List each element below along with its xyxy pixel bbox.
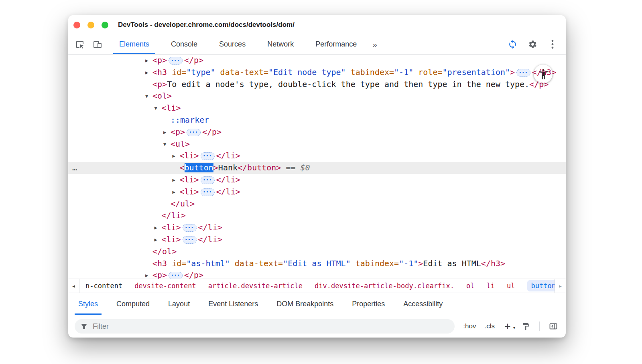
close-button[interactable] [73,22,80,28]
breadcrumb-item-selected[interactable]: button [527,280,555,291]
disclosure-triangle-down-icon[interactable]: ▼ [145,91,152,103]
dom-tree-row[interactable]: </ol> [68,246,566,258]
more-tabs-chevron-icon[interactable]: » [368,34,381,54]
breadcrumb-item[interactable]: devsite-content [134,282,196,290]
dom-tree-row[interactable]: ▶<p>•••</p> [68,269,566,279]
dom-tree-row[interactable]: ▶<li>•••</li> [68,186,566,198]
tab-elements[interactable]: Elements [108,34,160,54]
tab-styles[interactable]: Styles [69,293,107,315]
dom-tree-row-selected[interactable]: …<button>Hank</button> == $0 [68,162,566,174]
tab-computed[interactable]: Computed [107,293,159,315]
dom-tree-row[interactable]: ▶<li>•••</li> [68,174,566,186]
disclosure-triangle-right-icon[interactable]: ▶ [173,186,180,198]
expand-children-ellipsis-icon[interactable]: ••• [516,69,530,77]
device-toolbar-icon[interactable] [92,39,103,50]
window-controls [73,22,108,28]
breadcrumb-item[interactable]: article.devsite-article [208,282,303,290]
tab-accessibility-label: Accessibility [403,300,443,308]
token-attr: tabindex= [351,259,399,268]
token-tag: < [180,163,185,172]
gutter-more-icon[interactable]: … [72,162,77,174]
breadcrumb-item[interactable]: li [487,282,495,290]
dom-tree-row[interactable]: <p>To edit a node's type, double-click t… [68,79,566,91]
crumb-scroll-right-button[interactable]: ▸ [555,279,566,293]
tab-styles-label: Styles [78,300,98,308]
token-tag: <ol> [152,91,172,101]
breadcrumb-item[interactable]: ul [507,282,515,290]
token-tag: <p> [152,55,167,65]
tab-network[interactable]: Network [256,34,305,54]
expand-children-ellipsis-icon[interactable]: ••• [183,236,197,244]
token-tag: </p> [184,55,203,65]
tab-layout[interactable]: Layout [159,293,199,315]
disclosure-triangle-right-icon[interactable]: ▶ [154,222,162,234]
dom-tree-row[interactable]: ▼<ul> [68,138,566,150]
zoom-button[interactable] [102,22,108,28]
disclosure-triangle-right-icon[interactable]: ▶ [145,55,152,67]
main-toolbar: Elements Console Sources Network Perform… [68,34,566,55]
breadcrumb-item[interactable]: n-content [85,282,122,290]
token-tag: <p> [152,270,167,279]
disclosure-triangle-down-icon[interactable]: ▼ [154,103,162,115]
dom-tree-row[interactable]: ▶<h3 id="type" data-text="Edit node type… [68,67,566,79]
tab-sources[interactable]: Sources [208,34,256,54]
token-val: "as-html" [186,259,230,268]
styles-pane-tabs: Styles Computed Layout Event Listeners D… [68,293,566,315]
disclosure-triangle-right-icon[interactable]: ▶ [145,270,152,279]
expand-children-ellipsis-icon[interactable]: ••• [169,272,183,279]
tab-console-label: Console [171,40,197,49]
dom-tree-row[interactable]: ▼<ol> [68,90,566,102]
settings-gear-icon[interactable] [527,39,538,50]
disclosure-triangle-right-icon[interactable]: ▶ [173,150,180,162]
disclosure-triangle-right-icon[interactable]: ▶ [145,67,152,79]
tab-console[interactable]: Console [160,34,208,54]
token-tag: <li> [162,235,181,244]
dom-tree-row[interactable]: </ul> [68,198,566,210]
dom-tree-row[interactable]: </li> [68,210,566,222]
dom-tree-row[interactable]: ▶<li>•••</li> [68,234,566,246]
style-filter-input[interactable]: Filter [75,319,455,334]
kebab-menu-icon[interactable] [547,39,558,50]
dom-tree-row[interactable]: ▶<p>•••</p> [68,55,566,67]
dom-tree-row[interactable]: ▼<li> [68,102,566,114]
dom-tree[interactable]: ▶<p>•••</p>▶<h3 id="type" data-text="Edi… [68,55,566,279]
sync-extension-icon[interactable] [507,39,518,50]
toggle-element-state-button[interactable]: :hov [463,322,476,330]
plus-icon: + [504,320,511,332]
format-paint-icon[interactable] [520,321,531,332]
new-style-rule-button[interactable]: +▾ [503,322,512,330]
dom-tree-row[interactable]: ▶<li>•••</li> [68,150,566,162]
dock-sidebar-toggle-icon[interactable] [548,321,559,332]
dom-tree-row[interactable]: <h3 id="as-html" data-text="Edit as HTML… [68,258,566,270]
token-tag: </button> [238,163,281,172]
breadcrumb-item[interactable]: div.devsite-article-body.clearfix. [315,282,454,290]
tab-dom-breakpoints[interactable]: DOM Breakpoints [267,293,343,315]
inspect-element-icon[interactable] [75,39,85,50]
tab-properties[interactable]: Properties [343,293,394,315]
dom-tree-row[interactable]: ▶<p>•••</p> [68,126,566,138]
filter-funnel-icon [80,323,88,330]
minimize-button[interactable] [87,22,94,28]
expand-children-ellipsis-icon[interactable]: ••• [201,152,215,160]
disclosure-triangle-down-icon[interactable]: ▼ [163,139,171,151]
breadcrumb-bar: ◂ n-content devsite-content article.devs… [68,279,566,293]
dom-tree-row[interactable]: ::marker [68,114,566,126]
tab-performance[interactable]: Performance [305,34,368,54]
disclosure-triangle-right-icon[interactable]: ▶ [154,234,162,246]
expand-children-ellipsis-icon[interactable]: ••• [183,224,197,232]
tab-event-listeners[interactable]: Event Listeners [199,293,267,315]
crumb-scroll-left-button[interactable]: ◂ [68,279,79,293]
expand-children-ellipsis-icon[interactable]: ••• [201,176,215,184]
token-tag: <li> [162,103,181,113]
element-classes-button[interactable]: .cls [485,322,495,330]
breadcrumb-item[interactable]: ol [466,282,474,290]
token-val: "Edit node type" [268,67,346,77]
disclosure-triangle-right-icon[interactable]: ▶ [173,174,180,186]
tab-accessibility[interactable]: Accessibility [394,293,452,315]
disclosure-triangle-right-icon[interactable]: ▶ [163,127,171,139]
expand-children-ellipsis-icon[interactable]: ••• [169,57,183,65]
expand-children-ellipsis-icon[interactable]: ••• [201,188,215,196]
token-text: Hank [218,163,238,172]
expand-children-ellipsis-icon[interactable]: ••• [187,129,201,136]
dom-tree-row[interactable]: ▶<li>•••</li> [68,222,566,234]
